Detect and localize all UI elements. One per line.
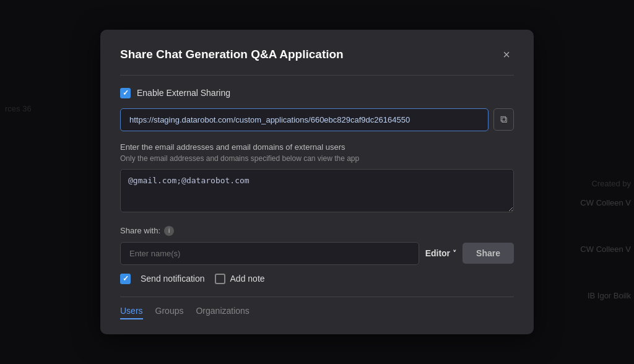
send-notification-checkbox[interactable] (120, 274, 131, 284)
share-button[interactable]: Share (462, 243, 514, 264)
name-input[interactable] (120, 242, 419, 265)
modal-header: Share Chat Generation Q&A Application × (120, 47, 514, 63)
header-divider (120, 75, 514, 76)
url-row: ⧉ (120, 108, 514, 131)
editor-dropdown-label: Editor (425, 248, 450, 258)
tab-organizations[interactable]: Organizations (196, 306, 249, 319)
copy-icon: ⧉ (500, 114, 507, 124)
enable-sharing-row: Enable External Sharing (120, 88, 514, 98)
share-input-row: Editor ˅ Share (120, 242, 514, 265)
enable-sharing-checkbox[interactable] (120, 88, 131, 98)
close-button[interactable]: × (499, 47, 514, 62)
editor-dropdown-button[interactable]: Editor ˅ (425, 248, 456, 258)
add-note-label: Add note (230, 274, 265, 284)
chevron-down-icon: ˅ (453, 249, 456, 258)
add-note-row: Add note (215, 274, 265, 284)
url-input[interactable] (120, 108, 489, 131)
copy-url-button[interactable]: ⧉ (493, 108, 514, 131)
share-modal: Share Chat Generation Q&A Application × … (100, 30, 534, 334)
tabs-row: Users Groups Organizations (120, 306, 514, 319)
notification-row: Send notification Add note (120, 274, 514, 284)
share-with-label: Share with: (120, 226, 160, 235)
share-with-row: Share with: i (120, 226, 514, 236)
modal-title: Share Chat Generation Q&A Application (120, 47, 344, 63)
tab-groups[interactable]: Groups (155, 306, 184, 319)
info-icon[interactable]: i (164, 226, 174, 236)
tab-users[interactable]: Users (120, 306, 143, 319)
send-notification-label: Send notification (141, 274, 205, 284)
add-note-checkbox[interactable] (215, 274, 225, 284)
domains-textarea[interactable]: @gmail.com;@datarobot.com (120, 169, 514, 212)
enable-sharing-label: Enable External Sharing (137, 88, 230, 98)
section-divider (120, 297, 514, 297)
description-line2: Only the email addresses and domains spe… (120, 154, 514, 163)
description-line1: Enter the email addresses and email doma… (120, 142, 514, 152)
